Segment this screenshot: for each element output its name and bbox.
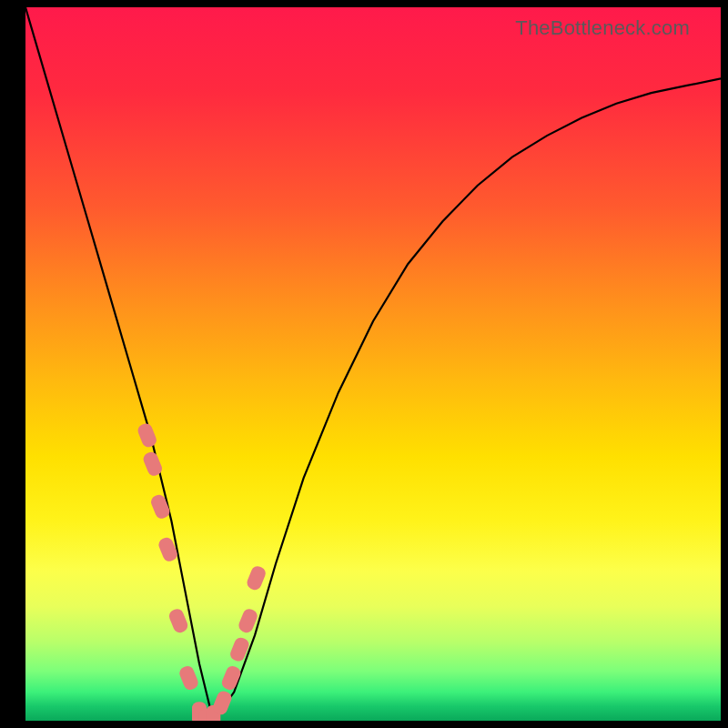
curve-marker: [136, 421, 158, 449]
plot-area: TheBottleneck.com: [25, 7, 721, 721]
chart-frame: TheBottleneck.com: [0, 0, 728, 728]
curve-line: [25, 7, 721, 721]
bottleneck-curve: [25, 7, 721, 721]
curve-marker: [167, 607, 190, 634]
curve-marker: [245, 564, 268, 592]
curve-marker: [149, 493, 172, 521]
curve-marker: [177, 664, 200, 692]
curve-marker: [228, 636, 251, 663]
curve-marker: [220, 664, 243, 692]
